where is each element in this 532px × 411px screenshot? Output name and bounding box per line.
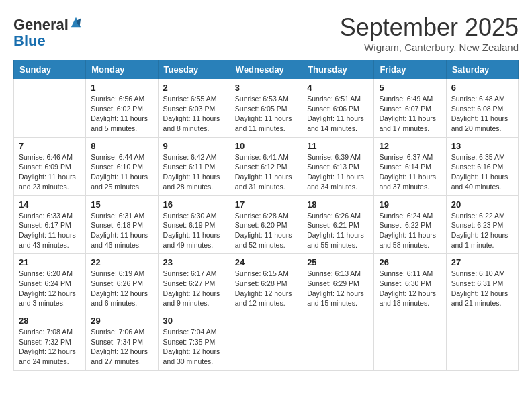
day-info: Sunrise: 7:04 AM Sunset: 7:35 PM Dayligh… [163,327,225,367]
day-number: 17 [235,199,297,210]
header: General Blue September 2025 Wigram, Cant… [13,13,519,53]
day-info: Sunrise: 6:24 AM Sunset: 6:22 PM Dayligh… [379,211,441,250]
day-info: Sunrise: 6:51 AM Sunset: 6:06 PM Dayligh… [307,94,369,134]
day-number: 19 [379,199,441,210]
day-cell: 29Sunrise: 7:06 AM Sunset: 7:34 PM Dayli… [86,312,158,371]
day-info: Sunrise: 7:08 AM Sunset: 7:32 PM Dayligh… [19,327,81,367]
calendar: SundayMondayTuesdayWednesdayThursdayFrid… [13,60,519,371]
day-cell: 15Sunrise: 6:31 AM Sunset: 6:18 PM Dayli… [86,195,158,254]
day-number: 13 [451,141,513,151]
day-info: Sunrise: 6:42 AM Sunset: 6:11 PM Dayligh… [163,152,225,192]
day-cell: 23Sunrise: 6:17 AM Sunset: 6:27 PM Dayli… [158,254,230,312]
day-cell: 1Sunrise: 6:56 AM Sunset: 6:02 PM Daylig… [86,79,158,138]
day-number: 10 [235,141,297,151]
day-cell: 9Sunrise: 6:42 AM Sunset: 6:11 PM Daylig… [158,137,230,195]
day-number: 9 [163,141,225,151]
day-number: 26 [379,257,441,267]
day-cell: 16Sunrise: 6:30 AM Sunset: 6:19 PM Dayli… [158,195,230,254]
day-info: Sunrise: 7:06 AM Sunset: 7:34 PM Dayligh… [91,327,152,367]
day-info: Sunrise: 6:15 AM Sunset: 6:28 PM Dayligh… [235,269,297,308]
week-row-5: 28Sunrise: 7:08 AM Sunset: 7:32 PM Dayli… [14,312,519,371]
day-number: 1 [91,83,152,93]
day-info: Sunrise: 6:39 AM Sunset: 6:13 PM Dayligh… [307,152,369,192]
logo: General Blue [13,17,82,49]
day-info: Sunrise: 6:55 AM Sunset: 6:03 PM Dayligh… [163,94,225,134]
week-row-3: 14Sunrise: 6:33 AM Sunset: 6:17 PM Dayli… [14,195,519,254]
day-info: Sunrise: 6:33 AM Sunset: 6:17 PM Dayligh… [19,211,81,250]
day-header-saturday: Saturday [446,60,518,79]
day-cell: 28Sunrise: 7:08 AM Sunset: 7:32 PM Dayli… [14,312,86,371]
day-cell: 6Sunrise: 6:48 AM Sunset: 6:08 PM Daylig… [446,79,518,138]
day-info: Sunrise: 6:19 AM Sunset: 6:26 PM Dayligh… [91,269,152,308]
day-info: Sunrise: 6:31 AM Sunset: 6:18 PM Dayligh… [91,211,152,250]
day-info: Sunrise: 6:26 AM Sunset: 6:21 PM Dayligh… [307,211,369,250]
day-info: Sunrise: 6:53 AM Sunset: 6:05 PM Dayligh… [235,94,297,134]
day-number: 8 [91,141,152,151]
day-info: Sunrise: 6:22 AM Sunset: 6:23 PM Dayligh… [451,211,513,250]
day-header-thursday: Thursday [302,60,374,79]
day-number: 20 [451,199,513,210]
day-number: 22 [91,257,152,267]
logo-general: General [13,17,69,33]
day-info: Sunrise: 6:30 AM Sunset: 6:19 PM Dayligh… [163,211,225,250]
day-number: 12 [379,141,441,151]
day-cell: 21Sunrise: 6:20 AM Sunset: 6:24 PM Dayli… [14,254,86,312]
day-cell: 22Sunrise: 6:19 AM Sunset: 6:26 PM Dayli… [86,254,158,312]
day-number: 18 [307,199,369,210]
week-row-1: 1Sunrise: 6:56 AM Sunset: 6:02 PM Daylig… [14,79,519,138]
location: Wigram, Canterbury, New Zealand [340,42,519,53]
logo-icon [70,16,82,28]
day-number: 16 [163,199,225,210]
day-info: Sunrise: 6:17 AM Sunset: 6:27 PM Dayligh… [163,269,225,308]
day-cell [302,312,374,371]
day-number: 2 [163,83,225,93]
day-header-monday: Monday [86,60,158,79]
day-info: Sunrise: 6:41 AM Sunset: 6:12 PM Dayligh… [235,152,297,192]
day-number: 6 [451,83,513,93]
day-header-friday: Friday [374,60,446,79]
day-number: 14 [19,199,81,210]
day-info: Sunrise: 6:11 AM Sunset: 6:30 PM Dayligh… [379,269,441,308]
day-info: Sunrise: 6:20 AM Sunset: 6:24 PM Dayligh… [19,269,81,308]
day-cell: 2Sunrise: 6:55 AM Sunset: 6:03 PM Daylig… [158,79,230,138]
day-header-sunday: Sunday [14,60,86,79]
day-cell: 14Sunrise: 6:33 AM Sunset: 6:17 PM Dayli… [14,195,86,254]
day-cell: 11Sunrise: 6:39 AM Sunset: 6:13 PM Dayli… [302,137,374,195]
day-cell: 4Sunrise: 6:51 AM Sunset: 6:06 PM Daylig… [302,79,374,138]
day-cell: 27Sunrise: 6:10 AM Sunset: 6:31 PM Dayli… [446,254,518,312]
day-header-wednesday: Wednesday [230,60,302,79]
day-info: Sunrise: 6:10 AM Sunset: 6:31 PM Dayligh… [451,269,513,308]
logo-blue: Blue [13,33,82,49]
day-cell: 25Sunrise: 6:13 AM Sunset: 6:29 PM Dayli… [302,254,374,312]
day-number: 24 [235,257,297,267]
day-cell: 7Sunrise: 6:46 AM Sunset: 6:09 PM Daylig… [14,137,86,195]
day-number: 23 [163,257,225,267]
day-number: 30 [163,316,225,326]
day-info: Sunrise: 6:28 AM Sunset: 6:20 PM Dayligh… [235,211,297,250]
day-number: 7 [19,141,81,151]
day-number: 27 [451,257,513,267]
day-info: Sunrise: 6:48 AM Sunset: 6:08 PM Dayligh… [451,94,513,134]
day-info: Sunrise: 6:56 AM Sunset: 6:02 PM Dayligh… [91,94,152,134]
day-number: 21 [19,257,81,267]
day-cell: 13Sunrise: 6:35 AM Sunset: 6:16 PM Dayli… [446,137,518,195]
day-number: 4 [307,83,369,93]
day-cell: 3Sunrise: 6:53 AM Sunset: 6:05 PM Daylig… [230,79,302,138]
day-cell: 12Sunrise: 6:37 AM Sunset: 6:14 PM Dayli… [374,137,446,195]
day-number: 11 [307,141,369,151]
day-cell: 17Sunrise: 6:28 AM Sunset: 6:20 PM Dayli… [230,195,302,254]
day-cell [230,312,302,371]
day-cell: 20Sunrise: 6:22 AM Sunset: 6:23 PM Dayli… [446,195,518,254]
day-cell [374,312,446,371]
day-info: Sunrise: 6:49 AM Sunset: 6:07 PM Dayligh… [379,94,441,134]
day-number: 5 [379,83,441,93]
day-cell: 18Sunrise: 6:26 AM Sunset: 6:21 PM Dayli… [302,195,374,254]
day-cell [14,79,86,138]
day-info: Sunrise: 6:46 AM Sunset: 6:09 PM Dayligh… [19,152,81,192]
day-cell: 8Sunrise: 6:44 AM Sunset: 6:10 PM Daylig… [86,137,158,195]
day-cell: 19Sunrise: 6:24 AM Sunset: 6:22 PM Dayli… [374,195,446,254]
week-row-2: 7Sunrise: 6:46 AM Sunset: 6:09 PM Daylig… [14,137,519,195]
day-number: 15 [91,199,152,210]
month-title: September 2025 [340,13,519,42]
day-number: 25 [307,257,369,267]
